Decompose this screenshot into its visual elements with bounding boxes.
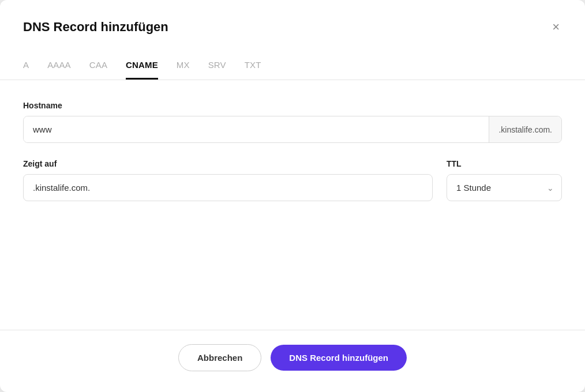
modal-title: DNS Record hinzufügen bbox=[23, 20, 168, 35]
points-to-input[interactable] bbox=[23, 174, 433, 201]
hostname-input[interactable] bbox=[24, 116, 489, 142]
hostname-suffix: .kinstalife.com. bbox=[489, 116, 561, 142]
points-to-label: Zeigt auf bbox=[23, 159, 433, 168]
points-to-field-group: Zeigt auf bbox=[23, 159, 433, 201]
ttl-select[interactable]: 1 Stunde 5 Minuten 30 Minuten 2 Stunden … bbox=[447, 174, 562, 201]
tab-srv[interactable]: SRV bbox=[208, 50, 226, 80]
cancel-button[interactable]: Abbrechen bbox=[178, 344, 261, 371]
modal-body: Hostname .kinstalife.com. Zeigt auf TTL bbox=[0, 80, 585, 330]
submit-button[interactable]: DNS Record hinzufügen bbox=[271, 345, 407, 371]
tab-mx[interactable]: MX bbox=[177, 50, 190, 80]
hostname-field-group: Hostname .kinstalife.com. bbox=[23, 101, 562, 143]
modal-overlay: DNS Record hinzufügen × A AAAA CAA CNAME… bbox=[0, 0, 585, 392]
tab-caa[interactable]: CAA bbox=[89, 50, 107, 80]
tab-txt[interactable]: TXT bbox=[245, 50, 261, 80]
modal-dialog: DNS Record hinzufügen × A AAAA CAA CNAME… bbox=[0, 0, 585, 392]
modal-header: DNS Record hinzufügen × bbox=[0, 0, 585, 50]
tab-cname[interactable]: CNAME bbox=[126, 50, 158, 80]
hostname-input-group: .kinstalife.com. bbox=[23, 116, 562, 143]
close-button[interactable]: × bbox=[550, 18, 562, 36]
row-fields: Zeigt auf TTL 1 Stunde 5 Minuten 30 Minu… bbox=[23, 159, 562, 201]
tabs-bar: A AAAA CAA CNAME MX SRV TXT bbox=[0, 50, 585, 80]
hostname-label: Hostname bbox=[23, 101, 562, 110]
ttl-label: TTL bbox=[447, 159, 562, 168]
modal-footer: Abbrechen DNS Record hinzufügen bbox=[0, 330, 585, 392]
tab-a[interactable]: A bbox=[23, 50, 29, 80]
tab-aaaa[interactable]: AAAA bbox=[47, 50, 71, 80]
ttl-select-wrapper: 1 Stunde 5 Minuten 30 Minuten 2 Stunden … bbox=[447, 174, 562, 201]
ttl-field-group: TTL 1 Stunde 5 Minuten 30 Minuten 2 Stun… bbox=[447, 159, 562, 201]
